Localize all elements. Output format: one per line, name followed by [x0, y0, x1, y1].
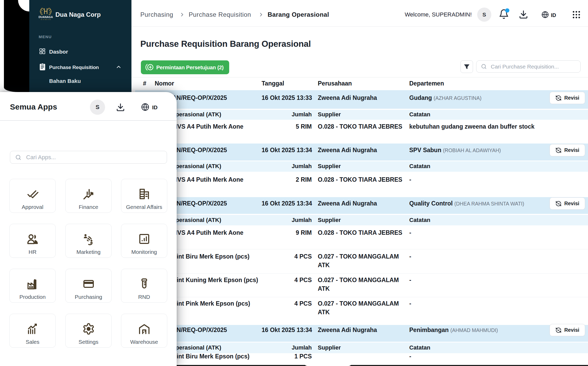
svg-text:DUANAGA: DUANAGA	[38, 15, 53, 19]
